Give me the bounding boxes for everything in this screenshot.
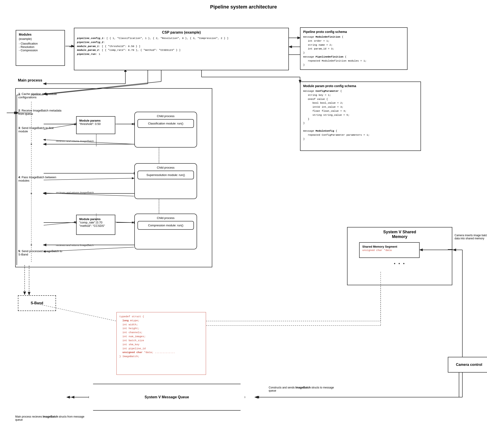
pipeline-proto-schema-title: Pipeline proto config schema — [303, 30, 404, 34]
modules-item-3: - Compression — [19, 48, 62, 52]
receives-returns-3: recieves and returns ImageBatch — [56, 244, 94, 247]
child-process-1-box: Child process Classification module: run… — [134, 112, 197, 148]
receives-returns-1: recieves and returns ImageBatch — [56, 140, 94, 142]
module-params-2-title: Module params — [79, 217, 112, 221]
system-v-shared-memory-box: System V SharedMemory Shared Memory Segm… — [347, 227, 452, 285]
shared-memory-segment-title: Shared Memory Segment — [362, 245, 416, 248]
module-params-2-line-2: "method": "CCSDS" — [79, 224, 112, 227]
svg-line-45 — [44, 222, 76, 225]
main-process-title: Main process — [18, 78, 42, 83]
module-params-1-title: Module params — [79, 119, 112, 122]
module-param-proto-schema-content: message ConfigParameter { string key = 1… — [303, 89, 418, 141]
modules-item-1: - Classification — [19, 42, 62, 45]
camera-insert-label: Camera inserts image batches data into s… — [455, 234, 487, 240]
module-param-proto-schema-box: Module param proto config schema message… — [300, 81, 421, 151]
child-process-2-label: Child process — [137, 166, 194, 169]
module-param-proto-schema-title: Module param proto config schema — [303, 84, 418, 88]
step-5: 5: Send processed ImageBatch to S-Band — [18, 249, 63, 256]
sband-box: S-Band — [18, 295, 56, 311]
system-v-shared-memory-title: System V SharedMemory — [350, 230, 449, 239]
step-1: 1: Cache pipeline and module configurati… — [18, 92, 63, 99]
child-process-2-module: Superresolution module: run() — [140, 173, 191, 177]
child-process-3-box: Child process Compression module: run() — [134, 214, 197, 249]
step-2: 2: Receive ImageBatch metadata from queu… — [18, 109, 63, 116]
message-queue-label: System V Message Queue — [145, 395, 189, 399]
modules-subtitle: (example) — [19, 37, 62, 40]
pipeline-proto-schema-box: Pipeline proto config schema message Mod… — [300, 27, 407, 70]
child-process-3-module: Compression module: run() — [140, 224, 191, 227]
imagebatch-struct-content: typedef struct { long mtype; int width; … — [119, 315, 203, 359]
svg-point-31 — [31, 144, 32, 145]
sband-label: S-Band — [31, 301, 43, 305]
camera-control-box: Camera control — [448, 357, 487, 373]
shared-memory-segment-code: unsigned char *data — [362, 248, 416, 252]
modules-box: Modules (example) - Classification - Res… — [16, 30, 65, 66]
constructs-sends-label: Constructs and sends ImageBatch structs … — [269, 386, 340, 392]
module-params-1-line-1: "threshold": 0.50 — [79, 122, 112, 126]
shared-memory-segment-box: Shared Memory Segment unsigned char *dat… — [359, 242, 420, 258]
receives-returns-2: recieves and returns ImageBatch — [56, 191, 94, 194]
module-params-1-box: Module params "threshold": 0.50 — [76, 116, 115, 134]
step-4: 4: Pass ImageBatch between modules — [18, 176, 63, 182]
child-process-3-label: Child process — [137, 216, 194, 220]
child-process-1-module: Classification module: run() — [140, 122, 191, 125]
main-receives-label: Main process recieves ImageBatch structs… — [15, 415, 91, 421]
svg-point-33 — [31, 244, 32, 246]
svg-line-46 — [115, 222, 134, 223]
csp-params-box: CSP params (example) pipeline_config_1: … — [74, 28, 289, 70]
pipeline-proto-schema-content: message ModuleDefinition { int order = 1… — [303, 35, 404, 67]
svg-point-32 — [31, 193, 32, 194]
modules-item-2: - Resolution — [19, 45, 62, 48]
csp-params-title: CSP params (example) — [77, 31, 286, 34]
camera-control-label: Camera control — [456, 363, 482, 367]
csp-params-content: pipeline_config_1: [ { 1, "Classificatio… — [77, 36, 286, 56]
modules-title: Modules — [19, 33, 62, 36]
module-params-2-line-1: "comp_rate": 0.70 — [79, 221, 112, 224]
message-queue-shape: System V Message Queue — [88, 384, 245, 411]
child-process-2-box: Child process Superresolution module: ru… — [134, 163, 197, 199]
child-process-1-label: Child process — [137, 114, 194, 118]
imagebatch-struct-box: typedef struct { long mtype; int width; … — [116, 312, 206, 375]
module-params-2-box: Module params "comp_rate": 0.70 "method"… — [76, 215, 115, 235]
page-title: Pipeline system architecture — [0, 0, 487, 12]
step-3: 3: Send ImageBatch to first module — [18, 126, 63, 133]
